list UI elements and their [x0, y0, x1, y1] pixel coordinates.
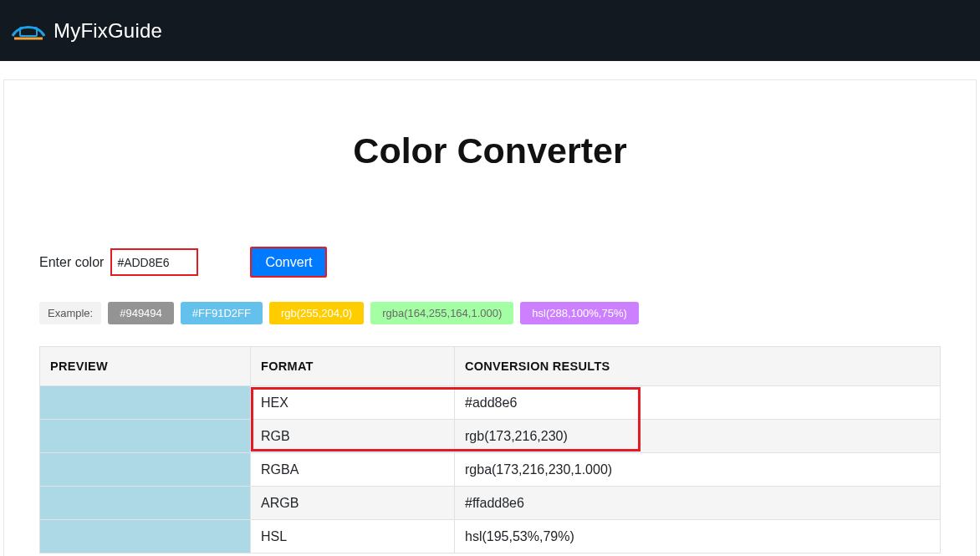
format-cell: ARGB [251, 487, 455, 520]
example-chip[interactable]: #949494 [108, 302, 174, 324]
examples-label: Example: [39, 302, 101, 324]
preview-swatch [40, 420, 251, 453]
site-header: MyFixGuide [0, 0, 980, 61]
preview-swatch [40, 453, 251, 487]
logo-icon [10, 16, 47, 46]
col-header-results: CONVERSION RESULTS [455, 347, 941, 386]
examples-row: Example: #949494 #FF91D2FF rgb(255,204,0… [39, 301, 941, 324]
format-cell: RGB [251, 420, 455, 453]
value-cell: hsl(195,53%,79%) [455, 520, 941, 553]
preview-swatch [40, 386, 251, 420]
col-header-format: FORMAT [251, 347, 455, 386]
results-table: PREVIEW FORMAT CONVERSION RESULTS HEX #a… [39, 346, 941, 553]
color-input-value: #ADD8E6 [117, 256, 169, 269]
value-cell: rgb(173,216,230) [455, 420, 941, 453]
value-cell: #ffadd8e6 [455, 487, 941, 520]
table-row: HSL hsl(195,53%,79%) [40, 520, 941, 553]
col-header-preview: PREVIEW [40, 347, 251, 386]
example-chip[interactable]: hsl(288,100%,75%) [520, 302, 638, 324]
content-card: Color Converter Enter color #ADD8E6 Conv… [3, 79, 977, 556]
input-label: Enter color [39, 255, 104, 270]
table-row: ARGB #ffadd8e6 [40, 487, 941, 520]
example-chip[interactable]: rgba(164,255,164,1.000) [370, 302, 513, 324]
table-row: HEX #add8e6 [40, 386, 941, 420]
page-body: Color Converter Enter color #ADD8E6 Conv… [0, 61, 980, 556]
color-input[interactable]: #ADD8E6 [110, 248, 198, 276]
brand-name: MyFixGuide [54, 19, 162, 43]
example-chip[interactable]: rgb(255,204,0) [269, 302, 364, 324]
page-title: Color Converter [39, 130, 941, 171]
preview-swatch [40, 487, 251, 520]
preview-swatch [40, 520, 251, 553]
input-row: Enter color #ADD8E6 Convert [39, 247, 941, 278]
format-cell: RGBA [251, 453, 455, 487]
example-chip[interactable]: #FF91D2FF [181, 302, 263, 324]
table-row: RGB rgb(173,216,230) [40, 420, 941, 453]
value-cell: rgba(173,216,230,1.000) [455, 453, 941, 487]
value-cell: #add8e6 [455, 386, 941, 420]
format-cell: HEX [251, 386, 455, 420]
format-cell: HSL [251, 520, 455, 553]
convert-button[interactable]: Convert [250, 247, 327, 278]
brand-block[interactable]: MyFixGuide [10, 16, 162, 46]
table-row: RGBA rgba(173,216,230,1.000) [40, 453, 941, 487]
